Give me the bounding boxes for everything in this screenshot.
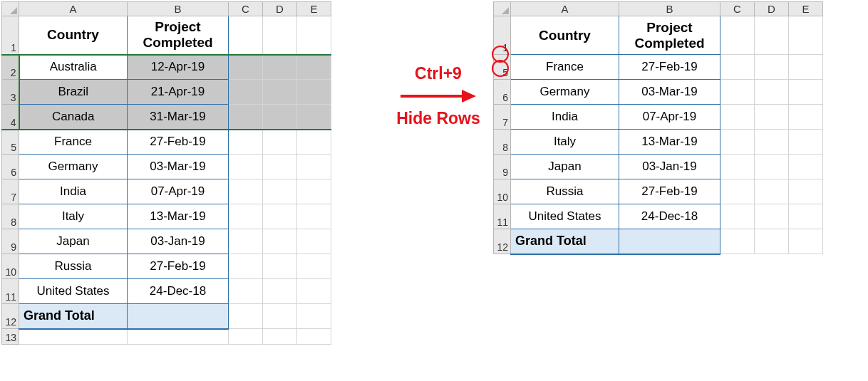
cell[interactable] [229,55,263,80]
cell[interactable] [789,55,823,80]
cell[interactable] [789,80,823,105]
cell[interactable] [263,55,297,80]
cell-date[interactable]: 27-Feb-19 [619,55,720,80]
cell[interactable] [128,304,229,329]
cell[interactable] [720,16,755,55]
cell-country[interactable]: France [19,130,128,155]
row-header[interactable]: 2 [2,55,19,80]
row-header[interactable]: 6 [494,80,511,105]
cell[interactable] [297,155,331,179]
cell-date[interactable]: 07-Apr-19 [619,105,720,130]
cell[interactable] [755,204,789,229]
cell[interactable] [297,80,331,105]
cell[interactable] [297,55,331,80]
cell[interactable] [263,130,297,155]
cell[interactable] [297,254,331,279]
row-header[interactable]: 9 [2,229,19,254]
cell[interactable] [229,229,263,254]
cell[interactable] [229,279,263,304]
cell[interactable] [720,204,755,229]
cell-country[interactable]: Australia [19,55,128,80]
row-header[interactable]: 12 [494,229,511,254]
cell-date[interactable]: 03-Mar-19 [619,80,720,105]
cell-country[interactable]: Japan [511,155,619,179]
cell[interactable] [263,80,297,105]
row-header[interactable]: 8 [2,204,19,229]
cell[interactable] [755,105,789,130]
header-country[interactable]: Country [511,16,619,55]
cell-grand-total[interactable]: Grand Total [19,304,128,329]
cell[interactable] [720,155,755,179]
cell[interactable] [789,204,823,229]
row-header[interactable]: 6 [2,155,19,179]
cell[interactable] [720,55,755,80]
cell[interactable] [263,105,297,130]
cell[interactable] [263,279,297,304]
row-header[interactable]: 12 [2,304,19,329]
cell-country[interactable]: Japan [19,229,128,254]
cell[interactable] [229,80,263,105]
row-header[interactable]: 11 [494,204,511,229]
col-header-D[interactable]: D [263,2,297,16]
cell[interactable] [789,229,823,254]
cell[interactable] [297,130,331,155]
cell[interactable] [297,304,331,329]
row-header[interactable]: 7 [494,105,511,130]
cell-date[interactable]: 07-Apr-19 [128,179,229,204]
row-header[interactable]: 7 [2,179,19,204]
cell[interactable] [297,329,331,345]
cell[interactable] [229,304,263,329]
cell-date[interactable]: 03-Mar-19 [128,155,229,179]
cell-date[interactable]: 31-Mar-19 [128,105,229,130]
row-header[interactable]: 3 [2,80,19,105]
row-header[interactable]: 11 [2,279,19,304]
row-header[interactable]: 1 [494,16,511,55]
cell[interactable] [789,16,823,55]
cell-country[interactable]: India [19,179,128,204]
cell-grand-total[interactable]: Grand Total [511,229,619,254]
cell[interactable] [755,55,789,80]
cell-country[interactable]: Russia [19,254,128,279]
cell[interactable] [720,229,755,254]
cell[interactable] [755,130,789,155]
cell-country[interactable]: Brazil [19,80,128,105]
cell[interactable] [297,229,331,254]
cell-country[interactable]: United States [511,204,619,229]
cell[interactable] [619,229,720,254]
cell[interactable] [229,130,263,155]
row-header[interactable]: 1 [2,16,19,55]
cell[interactable] [263,329,297,345]
cell[interactable] [789,179,823,204]
cell-country[interactable]: Germany [19,155,128,179]
row-header[interactable]: 5 [2,130,19,155]
header-project-completed[interactable]: Project Completed [128,16,229,55]
col-header-C[interactable]: C [229,2,263,16]
cell-date[interactable]: 24-Dec-18 [128,279,229,304]
cell[interactable] [263,304,297,329]
cell-date[interactable]: 03-Jan-19 [619,155,720,179]
col-header-C[interactable]: C [720,2,755,16]
cell-date[interactable]: 13-Mar-19 [619,130,720,155]
cell[interactable] [755,155,789,179]
col-header-A[interactable]: A [511,2,619,16]
cell-country[interactable]: United States [19,279,128,304]
col-header-B[interactable]: B [619,2,720,16]
cell-country[interactable]: France [511,55,619,80]
cell[interactable] [755,229,789,254]
cell-date[interactable]: 21-Apr-19 [128,80,229,105]
cell[interactable] [229,179,263,204]
col-header-D[interactable]: D [755,2,789,16]
cell-date[interactable]: 24-Dec-18 [619,204,720,229]
cell[interactable] [755,16,789,55]
col-header-E[interactable]: E [297,2,331,16]
cell-country[interactable]: Italy [19,204,128,229]
row-header[interactable]: 13 [2,329,19,345]
cell-date[interactable]: 27-Feb-19 [619,179,720,204]
row-header[interactable]: 5 [494,55,511,80]
cell[interactable] [229,204,263,229]
cell[interactable] [789,155,823,179]
cell-date[interactable]: 12-Apr-19 [128,55,229,80]
cell-date[interactable]: 13-Mar-19 [128,204,229,229]
cell-country[interactable]: India [511,105,619,130]
row-header[interactable]: 8 [494,130,511,155]
